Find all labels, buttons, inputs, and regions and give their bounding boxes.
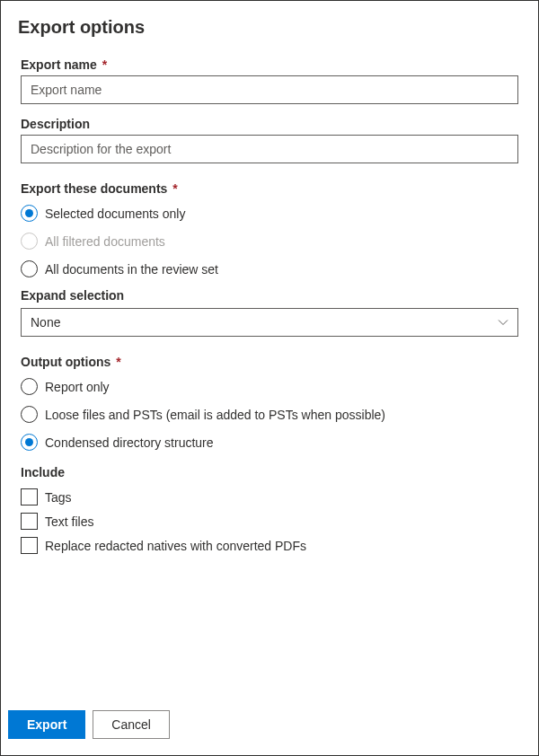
include-label: Include: [21, 465, 518, 479]
export-name-input[interactable]: [21, 75, 518, 104]
radio-loose-files[interactable]: Loose files and PSTs (email is added to …: [21, 406, 518, 423]
radio-selected-documents[interactable]: Selected documents only: [21, 205, 518, 222]
radio-label: Selected documents only: [45, 207, 185, 221]
required-marker: *: [116, 355, 120, 369]
radio-icon: [21, 233, 38, 250]
checkbox-icon: [21, 488, 38, 505]
radio-label: Report only: [45, 380, 110, 394]
radio-icon: [21, 260, 38, 277]
checkbox-replace-redacted[interactable]: Replace redacted natives with converted …: [21, 537, 518, 554]
required-marker: *: [172, 181, 177, 196]
checkbox-label: Tags: [45, 490, 72, 505]
export-button[interactable]: Export: [8, 710, 85, 739]
radio-icon: [21, 406, 38, 423]
export-name-label: Export name *: [21, 57, 518, 72]
radio-report-only[interactable]: Report only: [21, 378, 518, 395]
radio-condensed-structure[interactable]: Condensed directory structure: [21, 434, 518, 451]
checkbox-label: Text files: [45, 514, 93, 529]
radio-label: All filtered documents: [45, 234, 165, 249]
required-marker: *: [102, 57, 107, 72]
radio-label: Loose files and PSTs (email is added to …: [45, 408, 385, 422]
expand-selection-label: Expand selection: [21, 288, 518, 303]
checkbox-label: Replace redacted natives with converted …: [45, 539, 306, 553]
radio-icon: [21, 205, 38, 222]
radio-label: All documents in the review set: [45, 262, 218, 277]
output-options-label: Output options *: [21, 355, 518, 369]
radio-icon: [21, 434, 38, 451]
export-documents-label: Export these documents *: [21, 181, 518, 196]
description-input[interactable]: [21, 135, 518, 163]
checkbox-icon: [21, 537, 38, 554]
footer: Export Cancel: [8, 699, 518, 739]
radio-filtered-documents: All filtered documents: [21, 233, 518, 250]
checkbox-tags[interactable]: Tags: [21, 488, 518, 505]
radio-label: Condensed directory structure: [45, 435, 214, 450]
radio-all-documents[interactable]: All documents in the review set: [21, 260, 518, 277]
cancel-button[interactable]: Cancel: [93, 710, 170, 739]
chevron-down-icon: [498, 317, 508, 328]
radio-icon: [21, 378, 38, 395]
checkbox-icon: [21, 513, 38, 530]
description-label: Description: [21, 117, 518, 131]
page-title: Export options: [18, 17, 518, 38]
select-value: None: [31, 315, 60, 330]
checkbox-text-files[interactable]: Text files: [21, 513, 518, 530]
expand-selection-dropdown[interactable]: None: [21, 308, 518, 337]
